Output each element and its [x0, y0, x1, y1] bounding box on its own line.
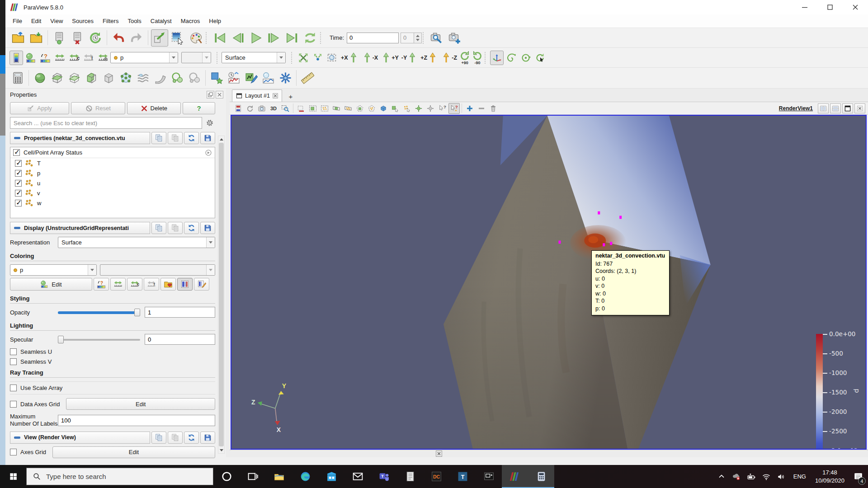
view-plus-y-button[interactable]: +Y [380, 52, 400, 64]
view-plus-x-button[interactable]: +X [340, 52, 360, 64]
panel-scrollbar[interactable] [218, 136, 225, 454]
menu-macros[interactable]: Macros [176, 15, 205, 27]
array-T-checkbox[interactable] [15, 160, 22, 167]
disconnect-server-button[interactable] [69, 29, 86, 47]
select-frustum-points-button[interactable] [343, 103, 354, 114]
glyph-points-button[interactable] [118, 70, 134, 87]
render-view-name[interactable]: RenderView1 [779, 105, 813, 112]
save-display-button[interactable] [200, 222, 215, 234]
view-minus-x-button[interactable]: -X [361, 52, 379, 64]
rescale-custom-button[interactable]: ? [38, 51, 52, 65]
split-vertical-button[interactable] [830, 103, 841, 113]
taskbar-mail[interactable] [344, 465, 371, 488]
show-center-button[interactable] [326, 51, 339, 65]
open-file-button[interactable] [9, 29, 27, 47]
last-frame-button[interactable] [283, 29, 301, 47]
edit-color-map-button[interactable]: Edit [10, 278, 92, 291]
select-colors-button[interactable] [169, 29, 186, 47]
taskbar-edge[interactable] [292, 465, 318, 488]
render-view[interactable]: Y Z X nektar_3d_convection.vtu Id: 767 C… [231, 115, 867, 450]
panel-splitter[interactable] [226, 89, 230, 457]
select-frustum-cells-button[interactable] [331, 103, 342, 114]
data-axes-grid-edit-button[interactable]: Edit [66, 398, 215, 410]
opacity-value-input[interactable] [145, 307, 215, 318]
use-scale-array-checkbox[interactable] [10, 385, 17, 391]
properties-search-input[interactable] [10, 117, 202, 129]
apply-button[interactable]: Apply [10, 102, 69, 114]
extract-selection-button[interactable] [208, 70, 225, 87]
wifi-icon[interactable] [759, 465, 774, 488]
view-colormap-button[interactable] [233, 103, 244, 114]
extract-cells-button[interactable] [100, 70, 117, 87]
rotate-spiral-button[interactable] [505, 51, 518, 65]
copy-view-button[interactable] [151, 432, 166, 444]
zoom-box-button[interactable] [280, 103, 291, 114]
taskbar-paraview[interactable] [502, 465, 528, 488]
notification-center[interactable]: 4 [849, 465, 868, 488]
help-button[interactable]: ? [183, 102, 215, 114]
tab-close-icon[interactable] [273, 93, 278, 99]
paste-display-button[interactable] [168, 222, 183, 234]
slice-filter-button[interactable] [66, 70, 82, 87]
undo-button[interactable] [110, 29, 127, 47]
clear-selection-button[interactable] [296, 103, 307, 114]
taskbar-calculator[interactable] [528, 465, 554, 488]
capture-screenshot-button[interactable] [256, 103, 268, 114]
clip-filter-button[interactable] [49, 70, 65, 87]
close-view-button[interactable] [854, 103, 865, 113]
save-view-button[interactable] [200, 432, 215, 444]
split-horizontal-button[interactable] [818, 103, 829, 113]
stream-tracer-custom-button[interactable] [186, 70, 203, 87]
capture-camera-button[interactable] [446, 29, 463, 47]
hover-points-button[interactable]: ? [448, 103, 460, 114]
array-v-checkbox[interactable] [15, 190, 22, 197]
edit-colormap-button[interactable] [9, 51, 23, 65]
view-section[interactable]: View (Render View) [10, 432, 150, 444]
add-layout-tab[interactable]: + [284, 91, 297, 102]
array-status-checkbox[interactable] [13, 149, 20, 156]
menu-filters[interactable]: Filters [98, 15, 123, 27]
taskbar-store[interactable] [318, 465, 344, 488]
undo-camera-button[interactable] [245, 103, 256, 114]
onedrive-icon[interactable] [729, 465, 744, 488]
search-options-button[interactable] [204, 117, 215, 128]
reload-display-button[interactable] [184, 222, 199, 234]
maximize-button[interactable] [817, 0, 843, 14]
orientation-axes-toggle[interactable] [490, 51, 504, 65]
hover-cells-button[interactable]: ? [437, 103, 448, 114]
tray-chevron[interactable] [714, 465, 729, 488]
save-data-button[interactable] [28, 29, 45, 47]
glyph-filter-button[interactable] [32, 70, 48, 87]
reset-button[interactable]: Reset [71, 102, 125, 114]
delete-view-button[interactable] [488, 103, 499, 114]
reset-session-button[interactable] [87, 29, 104, 47]
source-properties-section[interactable]: Properties (nektar_3d_convection.vtu [10, 132, 150, 144]
next-frame-button[interactable] [265, 29, 283, 47]
color-array-combo[interactable]: p [110, 52, 178, 63]
rescale-visible-button[interactable] [53, 51, 66, 65]
interactive-select-points-button[interactable] [401, 103, 413, 114]
delete-button[interactable]: Delete [127, 102, 181, 114]
seamless-v-checkbox[interactable] [10, 358, 17, 365]
rescale-custom-range-button[interactable]: c [67, 51, 81, 65]
menu-edit[interactable]: Edit [27, 15, 46, 27]
specular-value-input[interactable] [145, 334, 215, 345]
axes-grid-checkbox[interactable] [10, 449, 17, 455]
max-labels-input[interactable] [58, 415, 215, 426]
zoom-to-data-button[interactable] [297, 51, 310, 65]
taskbar-clock[interactable]: 17:48 10/09/2020 [811, 469, 849, 484]
zoom-camera-button[interactable] [428, 29, 445, 47]
rescale-range-small-button[interactable] [110, 278, 126, 291]
warp-filter-button[interactable] [152, 70, 168, 87]
float-panel-button[interactable] [207, 91, 214, 99]
plot-selection-button[interactable] [243, 70, 259, 87]
taskbar-cortana[interactable] [213, 465, 240, 488]
taskbar-file-explorer[interactable] [266, 465, 292, 488]
menu-tools[interactable]: Tools [123, 15, 146, 27]
group-datasets-button[interactable] [277, 70, 293, 87]
color-legend[interactable]: 0.0e+00 -500 -1000 -1500 -2000 -2500 -3.… [816, 331, 859, 450]
reload-view-button[interactable] [184, 432, 199, 444]
battery-icon[interactable] [744, 465, 759, 488]
language-indicator[interactable]: ENG [789, 473, 811, 480]
rotate-90-ccw-button[interactable]: -90 [471, 50, 484, 66]
